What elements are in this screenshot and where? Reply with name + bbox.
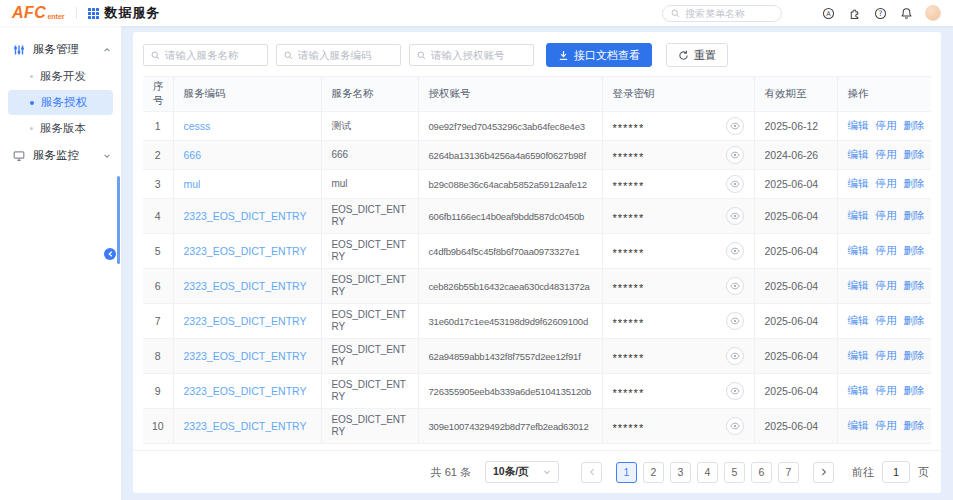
next-page-button[interactable] <box>813 462 834 483</box>
page-button-4[interactable]: 4 <box>697 462 718 483</box>
edit-link[interactable]: 编辑 <box>848 314 869 328</box>
edit-link[interactable]: 编辑 <box>848 279 869 293</box>
auth-account-input[interactable] <box>431 49 526 61</box>
reveal-key-button[interactable] <box>726 312 744 330</box>
service-name: EOS_DICT_ENTRY <box>321 374 418 409</box>
app-title: 数据服务 <box>105 4 161 22</box>
sidebar-item-default[interactable]: 服务开发 <box>8 64 113 89</box>
eye-icon <box>730 421 740 431</box>
prev-page-button[interactable] <box>581 462 602 483</box>
page-button-6[interactable]: 6 <box>751 462 772 483</box>
sidebar-group-label: 服务监控 <box>33 148 103 163</box>
delete-link[interactable]: 删除 <box>904 209 925 223</box>
delete-link[interactable]: 删除 <box>904 177 925 191</box>
delete-link[interactable]: 删除 <box>904 314 925 328</box>
reset-button[interactable]: 重置 <box>666 43 728 67</box>
edit-link[interactable]: 编辑 <box>848 148 869 162</box>
settings-icon[interactable]: A <box>822 7 835 20</box>
header-divider <box>76 7 77 19</box>
edit-link[interactable]: 编辑 <box>848 349 869 363</box>
delete-link[interactable]: 删除 <box>904 419 925 433</box>
sidebar-group-service-monitoring[interactable]: 服务监控 <box>0 142 121 169</box>
service-code-link[interactable]: 2323_EOS_DICT_ENTRY <box>184 315 307 327</box>
auth-account: 31e60d17c1ee453198d9d9f62609100d <box>418 304 602 339</box>
sidebar-scrollbar-thumb[interactable] <box>117 176 121 264</box>
filter-toolbar: 接口文档查看 重置 <box>133 32 941 76</box>
sidebar-item-default[interactable]: 服务版本 <box>8 116 113 141</box>
page-button-3[interactable]: 3 <box>670 462 691 483</box>
service-code-input[interactable] <box>298 49 393 61</box>
notifications-bell-icon[interactable] <box>900 7 913 20</box>
page-size-value: 10条/页 <box>493 465 529 479</box>
sidebar-collapse-button[interactable] <box>104 248 116 260</box>
goto-page-input[interactable] <box>882 461 910 483</box>
edit-link[interactable]: 编辑 <box>848 419 869 433</box>
delete-link[interactable]: 删除 <box>904 279 925 293</box>
service-code-link[interactable]: 2323_EOS_DICT_ENTRY <box>184 385 307 397</box>
reveal-key-button[interactable] <box>726 117 744 135</box>
reveal-key-button[interactable] <box>726 175 744 193</box>
reveal-key-button[interactable] <box>726 382 744 400</box>
page-button-7[interactable]: 7 <box>778 462 799 483</box>
page-button-1[interactable]: 1 <box>616 462 637 483</box>
help-icon[interactable]: ? <box>874 7 887 20</box>
row-index: 2 <box>143 141 173 170</box>
edit-link[interactable]: 编辑 <box>848 384 869 398</box>
user-avatar[interactable] <box>925 5 941 21</box>
edit-link[interactable]: 编辑 <box>848 177 869 191</box>
edit-link[interactable]: 编辑 <box>848 244 869 258</box>
auth-account: 09e92f79ed70453296c3ab64fec8e4e3 <box>418 112 602 141</box>
disable-link[interactable]: 停用 <box>876 419 897 433</box>
reveal-key-button[interactable] <box>726 417 744 435</box>
extensions-icon[interactable] <box>848 7 861 20</box>
delete-link[interactable]: 删除 <box>904 148 925 162</box>
disable-link[interactable]: 停用 <box>876 209 897 223</box>
login-key-masked: ****** <box>613 284 645 292</box>
disable-link[interactable]: 停用 <box>876 177 897 191</box>
reveal-key-button[interactable] <box>726 347 744 365</box>
auth-account-search-field[interactable] <box>409 44 534 66</box>
sidebar-group-service-management[interactable]: 服务管理 <box>0 36 121 63</box>
page-size-select[interactable]: 10条/页 <box>485 461 559 483</box>
reveal-key-button[interactable] <box>726 146 744 164</box>
service-code-link[interactable]: mul <box>184 178 201 190</box>
auth-account: 726355905eeb4b339a6de5104135120b <box>418 374 602 409</box>
edit-link[interactable]: 编辑 <box>848 119 869 133</box>
service-name-input[interactable] <box>165 49 260 61</box>
disable-link[interactable]: 停用 <box>876 148 897 162</box>
sidebar-item-active[interactable]: 服务授权 <box>8 90 113 115</box>
service-code-link[interactable]: cesss <box>184 120 211 132</box>
apps-grid-icon[interactable] <box>88 8 99 19</box>
delete-link[interactable]: 删除 <box>904 384 925 398</box>
reveal-key-button[interactable] <box>726 207 744 225</box>
disable-link[interactable]: 停用 <box>876 349 897 363</box>
eye-icon <box>730 316 740 326</box>
service-name-search-field[interactable] <box>143 44 268 66</box>
disable-link[interactable]: 停用 <box>876 244 897 258</box>
service-code-link[interactable]: 2323_EOS_DICT_ENTRY <box>184 420 307 432</box>
menu-search-field[interactable] <box>662 5 782 22</box>
service-code-link[interactable]: 666 <box>184 149 202 161</box>
view-api-docs-button[interactable]: 接口文档查看 <box>546 43 652 67</box>
eye-icon <box>730 246 740 256</box>
delete-link[interactable]: 删除 <box>904 349 925 363</box>
reveal-key-button[interactable] <box>726 277 744 295</box>
service-code-link[interactable]: 2323_EOS_DICT_ENTRY <box>184 350 307 362</box>
disable-link[interactable]: 停用 <box>876 119 897 133</box>
edit-link[interactable]: 编辑 <box>848 209 869 223</box>
page-button-2[interactable]: 2 <box>643 462 664 483</box>
goto-suffix: 页 <box>918 465 929 480</box>
disable-link[interactable]: 停用 <box>876 314 897 328</box>
service-code-link[interactable]: 2323_EOS_DICT_ENTRY <box>184 210 307 222</box>
delete-link[interactable]: 删除 <box>904 244 925 258</box>
page-button-5[interactable]: 5 <box>724 462 745 483</box>
service-code-search-field[interactable] <box>276 44 401 66</box>
disable-link[interactable]: 停用 <box>876 279 897 293</box>
disable-link[interactable]: 停用 <box>876 384 897 398</box>
row-index: 3 <box>143 170 173 199</box>
menu-search-input[interactable] <box>685 8 773 19</box>
delete-link[interactable]: 删除 <box>904 119 925 133</box>
service-code-link[interactable]: 2323_EOS_DICT_ENTRY <box>184 280 307 292</box>
reveal-key-button[interactable] <box>726 242 744 260</box>
service-code-link[interactable]: 2323_EOS_DICT_ENTRY <box>184 245 307 257</box>
